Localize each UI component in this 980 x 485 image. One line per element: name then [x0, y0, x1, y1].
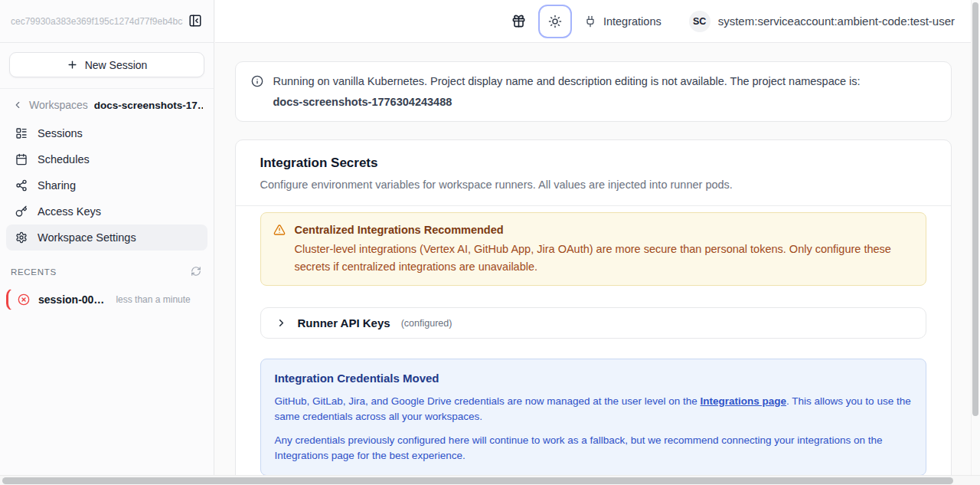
kubernetes-info-banner: Running on vanilla Kubernetes. Project d…: [235, 61, 952, 122]
warning-title: Centralized Integrations Recommended: [295, 222, 907, 238]
breadcrumb: Workspaces docs-screenshots-17…: [0, 89, 214, 117]
runner-api-keys-status: (configured): [401, 318, 452, 329]
recents-section-header: RECENTS: [0, 266, 214, 277]
new-session-label: New Session: [85, 59, 148, 71]
card-header: Integration Secrets Configure environmen…: [236, 140, 951, 206]
runner-api-keys-toggle[interactable]: Runner API Keys (configured): [260, 307, 926, 339]
recents-refresh-button[interactable]: [190, 266, 201, 277]
vertical-scrollbar-thumb[interactable]: [972, 2, 978, 416]
share-icon: [15, 179, 28, 192]
calendar-icon: [15, 153, 28, 165]
breadcrumb-current-workspace: docs-screenshots-17…: [94, 100, 203, 111]
main-content: Running on vanilla Kubernetes. Project d…: [215, 43, 971, 485]
panel-collapse-icon: [188, 14, 202, 28]
sidebar-item-label: Schedules: [38, 153, 90, 165]
avatar-initials: SC: [693, 16, 706, 27]
paragraph-text: GitHub, GitLab, Jira, and Google Drive c…: [275, 395, 701, 407]
username-label: system:serviceaccount:ambient-code:test-…: [718, 15, 955, 28]
sessions-list-icon: [15, 127, 28, 139]
card-body: Centralized Integrations Recommended Clu…: [236, 206, 951, 485]
credentials-moved-paragraph-2: Any credentials previously configured he…: [275, 433, 912, 464]
gear-icon: [15, 231, 28, 244]
card-description: Configure environment variables for work…: [260, 177, 926, 192]
horizontal-scrollbar[interactable]: [0, 475, 980, 485]
centralized-integrations-warning: Centralized Integrations Recommended Clu…: [260, 212, 926, 286]
runner-api-keys-label: Runner API Keys: [298, 316, 390, 329]
integrations-page-link[interactable]: Integrations page: [701, 395, 787, 407]
sidebar-nav: Sessions Schedules Sharing Access Keys: [0, 117, 214, 251]
credentials-moved-notice: Integration Credentials Moved GitHub, Gi…: [260, 359, 926, 476]
sidebar: cec79930a383e369f195c1274d77f9eb4bc3fa19…: [0, 0, 214, 475]
key-icon: [15, 205, 28, 218]
breadcrumb-workspaces-link[interactable]: Workspaces: [29, 99, 88, 111]
integration-secrets-card: Integration Secrets Configure environmen…: [235, 139, 952, 485]
credentials-moved-title: Integration Credentials Moved: [275, 371, 912, 385]
info-banner-text: Running on vanilla Kubernetes. Project d…: [273, 73, 861, 90]
workspace-hash-label: cec79930a383e369f195c1274d77f9eb4bc3fa19: [11, 16, 183, 27]
chevron-left-icon[interactable]: [12, 100, 23, 110]
sun-icon: [548, 15, 562, 28]
sidebar-item-label: Sessions: [38, 127, 83, 139]
info-banner-body: Running on vanilla Kubernetes. Project d…: [273, 73, 861, 110]
integrations-link-label: Integrations: [603, 15, 662, 28]
new-session-button[interactable]: New Session: [9, 52, 204, 77]
sidebar-item-schedules[interactable]: Schedules: [6, 146, 207, 172]
recent-session-item[interactable]: session-00… less than a minute: [6, 288, 207, 311]
sidebar-item-sharing[interactable]: Sharing: [6, 172, 207, 198]
plus-icon: [67, 59, 78, 70]
error-circle-icon: [18, 293, 30, 306]
vertical-scrollbar[interactable]: [971, 0, 980, 475]
recent-session-time: less than a minute: [116, 294, 190, 305]
sidebar-collapse-button[interactable]: [188, 14, 203, 29]
sidebar-item-workspace-settings[interactable]: Workspace Settings: [6, 224, 207, 251]
theme-toggle-button[interactable]: [538, 5, 572, 38]
sidebar-item-label: Access Keys: [38, 205, 101, 218]
chevron-right-icon: [276, 317, 287, 329]
warning-body: Cluster-level integrations (Vertex AI, G…: [295, 241, 907, 276]
topbar: Integrations SC system:serviceaccount:am…: [215, 0, 971, 43]
credentials-moved-paragraph-1: GitHub, GitLab, Jira, and Google Drive c…: [275, 394, 912, 424]
project-namespace: docs-screenshots-1776304243488: [273, 93, 861, 110]
avatar[interactable]: SC: [689, 11, 710, 32]
refresh-icon: [191, 266, 201, 277]
recent-session-name: session-00…: [38, 293, 104, 306]
card-title: Integration Secrets: [260, 155, 926, 171]
sidebar-item-sessions[interactable]: Sessions: [6, 120, 207, 146]
sidebar-item-label: Sharing: [38, 179, 76, 192]
integrations-nav-link[interactable]: Integrations: [584, 15, 662, 28]
horizontal-scrollbar-thumb[interactable]: [2, 477, 953, 484]
recents-title: RECENTS: [11, 267, 57, 277]
sidebar-header: cec79930a383e369f195c1274d77f9eb4bc3fa19: [0, 0, 214, 43]
plug-icon: [584, 15, 596, 28]
warning-triangle-icon: [273, 224, 286, 276]
info-icon: [251, 75, 263, 110]
sidebar-item-label: Workspace Settings: [38, 231, 136, 244]
sidebar-item-access-keys[interactable]: Access Keys: [6, 198, 207, 224]
whats-new-button[interactable]: [511, 14, 526, 29]
warning-content: Centralized Integrations Recommended Clu…: [295, 222, 907, 276]
new-session-section: New Session: [0, 43, 214, 89]
gift-icon: [511, 14, 526, 28]
